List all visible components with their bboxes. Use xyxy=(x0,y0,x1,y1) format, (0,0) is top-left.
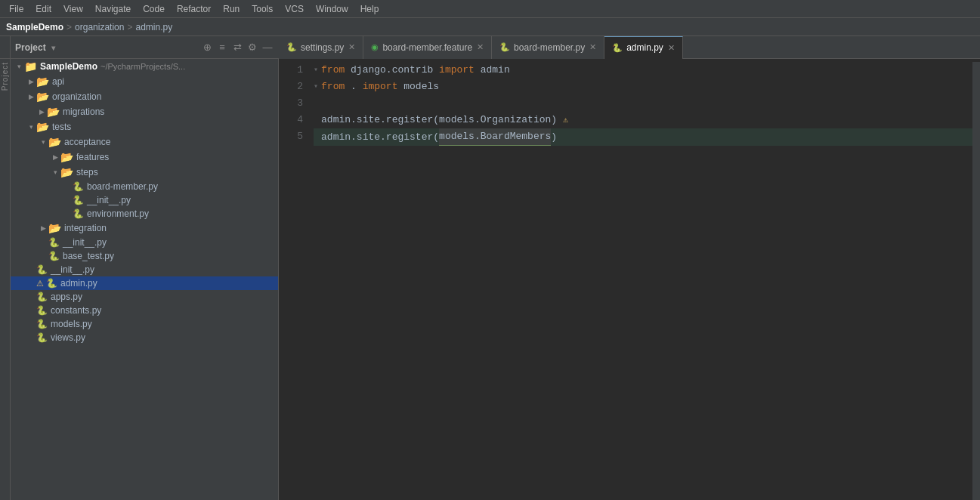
acceptance-folder-icon: 📂 xyxy=(48,136,61,148)
menu-vcs[interactable]: VCS xyxy=(279,2,310,16)
tab-admin-py-close[interactable]: ✕ xyxy=(668,43,675,53)
tree-item-acceptance[interactable]: ▾ 📂 acceptance xyxy=(11,134,278,150)
tree-item-tests[interactable]: ▾ 📂 tests xyxy=(11,119,278,134)
init-steps-icon: 🐍 xyxy=(73,195,84,205)
file-tree-sidebar[interactable]: ▾ 📁 SampleDemo ~/PycharmProjects/S... ▶ … xyxy=(11,59,279,500)
tree-item-base-test-py[interactable]: ▶ 🐍 base_test.py xyxy=(11,249,278,263)
sidebar-settings-icon[interactable]: ⚙ xyxy=(246,41,259,54)
migrations-arrow: ▶ xyxy=(36,108,47,116)
tab-settings-py[interactable]: 🐍 settings.py ✕ xyxy=(279,36,363,59)
constants-py-label: constants.py xyxy=(51,305,101,316)
steps-label: steps xyxy=(76,167,98,177)
sidebar-add-icon[interactable]: ⊕ xyxy=(200,41,214,54)
features-label: features xyxy=(76,152,109,162)
tab-admin-py-label: admin.py xyxy=(626,42,663,53)
breadcrumb-project[interactable]: SampleDemo xyxy=(6,22,63,32)
side-panel-label: Project xyxy=(0,59,11,500)
tab-feature-close[interactable]: ✕ xyxy=(477,42,484,52)
fold-arrow-1[interactable]: ▾ xyxy=(314,62,318,79)
org-folder-icon: 📂 xyxy=(36,91,49,103)
tree-root[interactable]: ▾ 📁 SampleDemo ~/PycharmProjects/S... xyxy=(11,59,278,74)
base-test-py-label: base_test.py xyxy=(63,251,114,261)
menu-window[interactable]: Window xyxy=(310,2,354,16)
code-line-1: ▾ from django.contrib import admin xyxy=(314,62,972,79)
apps-py-label: apps.py xyxy=(51,292,82,302)
side-label-text: Project xyxy=(1,62,9,91)
menu-view[interactable]: View xyxy=(57,2,89,16)
init-tests-icon: 🐍 xyxy=(48,237,60,248)
tab-board-member-feature[interactable]: ◉ board-member.feature ✕ xyxy=(363,36,492,59)
fold-arrow-2[interactable]: ▾ xyxy=(314,79,318,95)
tree-item-migrations[interactable]: ▶ 📂 migrations xyxy=(11,104,278,119)
tree-item-organization[interactable]: ▶ 📂 organization xyxy=(11,89,278,104)
breadcrumb-folder[interactable]: organization xyxy=(75,22,124,32)
menu-run[interactable]: Run xyxy=(217,2,246,16)
tree-item-environment-py[interactable]: ▶ 🐍 environment.py xyxy=(11,207,278,221)
editor-scrollbar[interactable] xyxy=(972,62,980,500)
constants-py-icon: 🐍 xyxy=(36,305,48,316)
code-line-2: ▾ from . import models xyxy=(314,79,972,95)
org-arrow: ▶ xyxy=(26,93,36,100)
tree-item-integration[interactable]: ▶ 📂 integration xyxy=(11,221,278,236)
sidebar-sync-icon[interactable]: ⇄ xyxy=(230,41,244,54)
tree-item-apps-py[interactable]: ▶ 🐍 apps.py xyxy=(11,290,278,304)
breadcrumb-file[interactable]: admin.py xyxy=(135,22,172,32)
tab-board-member-py[interactable]: 🐍 board-member.py ✕ xyxy=(492,36,604,59)
tree-item-views-py[interactable]: ▶ 🐍 views.py xyxy=(11,331,278,344)
tree-item-admin-py[interactable]: ▶ ⚠ 🐍 admin.py xyxy=(11,276,278,290)
menu-code[interactable]: Code xyxy=(137,2,171,16)
code-admin-5: admin xyxy=(321,129,351,146)
tab-board-py-label: board-member.py xyxy=(514,42,585,53)
breadcrumb: SampleDemo > organization > admin.py xyxy=(0,18,980,36)
tree-item-steps[interactable]: ▾ 📂 steps xyxy=(11,165,278,180)
editor-content: 1 2 3 4 5 ▾ from django.contrib import a… xyxy=(279,59,980,500)
code-cursor-4: .site.register( xyxy=(351,112,439,128)
tree-item-api[interactable]: ▶ 📂 api xyxy=(11,74,278,89)
features-arrow: ▶ xyxy=(50,153,60,161)
tests-arrow: ▾ xyxy=(26,123,36,131)
main-layout: Project ▾ 📁 SampleDemo ~/PycharmProjects… xyxy=(0,59,980,500)
line-num-5: 5 xyxy=(279,128,303,145)
menu-edit[interactable]: Edit xyxy=(29,2,57,16)
init-root-icon: 🐍 xyxy=(36,264,48,275)
tests-folder-icon: 📂 xyxy=(36,121,49,133)
menu-refactor[interactable]: Refactor xyxy=(171,2,217,16)
integration-arrow: ▶ xyxy=(38,224,48,232)
project-dropdown-arrow[interactable]: ▾ xyxy=(51,44,55,52)
code-admin-4: admin xyxy=(321,112,351,128)
menu-tools[interactable]: Tools xyxy=(246,2,279,16)
tree-item-board-member-py[interactable]: ▶ 🐍 board-member.py xyxy=(11,180,278,193)
root-label: SampleDemo xyxy=(40,61,97,72)
tree-item-models-py[interactable]: ▶ 🐍 models.py xyxy=(11,317,278,331)
migrations-folder-icon: 📂 xyxy=(47,106,60,118)
tab-feature-label: board-member.feature xyxy=(382,42,472,53)
menu-file[interactable]: File xyxy=(3,2,29,16)
code-from-1: from xyxy=(321,62,345,79)
menu-help[interactable]: Help xyxy=(354,2,385,16)
sidebar-list-icon[interactable]: ≡ xyxy=(215,41,229,54)
tree-item-init-root[interactable]: ▶ 🐍 __init__.py xyxy=(11,263,278,276)
menu-navigate[interactable]: Navigate xyxy=(89,2,137,16)
code-line-3: ▾ xyxy=(314,95,972,112)
code-editor[interactable]: 1 2 3 4 5 ▾ from django.contrib import a… xyxy=(279,59,980,500)
acceptance-label: acceptance xyxy=(64,137,110,147)
tree-item-init-steps[interactable]: ▶ 🐍 __init__.py xyxy=(11,193,278,207)
code-lines[interactable]: ▾ from django.contrib import admin ▾ fro… xyxy=(311,62,972,500)
code-models-org: models.Organization xyxy=(439,112,551,128)
admin-py-tree-label: admin.py xyxy=(60,278,97,289)
tab-board-py-close[interactable]: ✕ xyxy=(589,42,596,52)
init-steps-label: __init__.py xyxy=(87,195,131,205)
code-from-2: from xyxy=(321,79,345,95)
sidebar-collapse-icon[interactable]: — xyxy=(261,41,274,54)
tab-settings-py-label: settings.py xyxy=(301,42,344,53)
line-num-1: 1 xyxy=(279,62,303,79)
root-arrow: ▾ xyxy=(14,63,24,70)
code-import-1: import xyxy=(439,62,475,79)
code-line-4: ▾ admin .site.register( models.Organizat… xyxy=(314,112,972,128)
tree-item-constants-py[interactable]: ▶ 🐍 constants.py xyxy=(11,304,278,317)
tree-item-features[interactable]: ▶ 📂 features xyxy=(11,150,278,165)
steps-arrow: ▾ xyxy=(50,168,60,176)
tab-admin-py[interactable]: 🐍 admin.py ✕ xyxy=(604,36,683,59)
tree-item-init-tests[interactable]: ▶ 🐍 __init__.py xyxy=(11,236,278,249)
tab-settings-py-close[interactable]: ✕ xyxy=(348,42,355,52)
